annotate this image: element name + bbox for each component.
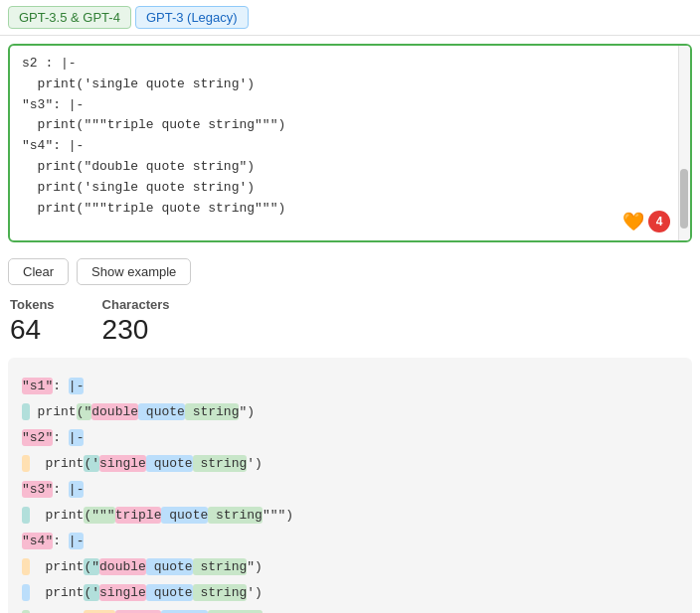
- token-visualization: "s1": |- print("double quote string")"s2…: [8, 358, 692, 613]
- token-segment: quote: [138, 403, 185, 420]
- token-segment: (""": [84, 507, 114, 524]
- token-segment: quote: [161, 507, 208, 524]
- token-segment: (': [84, 455, 99, 472]
- token-segment: '): [247, 455, 262, 472]
- token-segment: double: [99, 558, 146, 575]
- token-segment: :: [53, 481, 69, 498]
- token-segment: '): [247, 584, 262, 601]
- token-segment: string: [193, 584, 248, 601]
- token-segment: |-: [69, 378, 85, 394]
- token-segment: |-: [69, 429, 85, 446]
- token-line: print("double quote string"): [22, 399, 678, 425]
- token-segment: "): [247, 558, 262, 575]
- tab-gpt3-legacy-label: GPT-3 (Legacy): [146, 10, 238, 25]
- characters-label: Characters: [102, 297, 170, 312]
- characters-stat: Characters 230: [102, 297, 170, 346]
- tokens-label: Tokens: [10, 297, 55, 312]
- token-segment: :: [53, 429, 69, 446]
- token-line: "s4": |-: [22, 529, 678, 554]
- token-segment: quote: [146, 584, 193, 601]
- token-segment: print: [30, 403, 77, 420]
- token-segment: string: [208, 507, 262, 524]
- token-line: "s1": |-: [22, 374, 678, 399]
- token-segment: (": [77, 403, 92, 420]
- token-segment: quote: [146, 455, 193, 472]
- token-line: print("""triple quote string"""): [22, 606, 678, 613]
- tokens-stat: Tokens 64: [10, 297, 55, 346]
- code-editor[interactable]: s2 : |- print('single quote string') "s3…: [8, 44, 692, 242]
- editor-line: s2 : |- print('single quote string') "s3…: [22, 56, 285, 216]
- token-segment: (": [84, 558, 99, 575]
- token-segment: "s3": [22, 481, 53, 498]
- token-line: print("double quote string"): [22, 554, 678, 580]
- token-segment: (': [84, 584, 99, 601]
- token-segment: print: [30, 507, 85, 524]
- token-segment: |-: [69, 481, 85, 498]
- stats-row: Tokens 64 Characters 230: [0, 293, 700, 354]
- tab-gpt35-gpt4[interactable]: GPT-3.5 & GPT-4: [8, 6, 131, 29]
- token-segment: single: [99, 455, 146, 472]
- tokens-value: 64: [10, 314, 55, 346]
- button-row: Clear Show example: [0, 250, 700, 293]
- token-line: "s2": |-: [22, 425, 678, 451]
- token-segment: double: [91, 403, 138, 420]
- token-segment: [22, 558, 30, 575]
- editor-icons: 🧡 4: [622, 211, 670, 232]
- scrollbar-thumb[interactable]: [680, 169, 688, 229]
- token-segment: string: [185, 403, 240, 420]
- token-segment: "s1": [22, 378, 53, 394]
- token-segment: :: [53, 533, 69, 549]
- token-segment: |-: [69, 533, 85, 549]
- token-segment: [22, 584, 30, 601]
- token-segment: [22, 455, 30, 472]
- token-segment: [22, 403, 30, 420]
- token-segment: string: [193, 455, 248, 472]
- token-segment: single: [99, 584, 146, 601]
- token-segment: quote: [146, 558, 193, 575]
- token-segment: "s2": [22, 429, 53, 446]
- scrollbar[interactable]: [678, 46, 690, 240]
- characters-value: 230: [102, 314, 170, 346]
- token-segment: print: [30, 455, 85, 472]
- show-example-button[interactable]: Show example: [77, 258, 191, 285]
- token-segment: "s4": [22, 533, 53, 549]
- tab-gpt35-gpt4-label: GPT-3.5 & GPT-4: [19, 10, 120, 25]
- token-segment: "): [239, 403, 255, 420]
- token-segment: [22, 507, 30, 524]
- clear-button[interactable]: Clear: [8, 258, 69, 285]
- token-segment: """): [262, 507, 293, 524]
- badge-count: 4: [648, 211, 670, 232]
- token-segment: print: [30, 558, 85, 575]
- heart-icon: 🧡: [622, 211, 644, 232]
- tab-bar: GPT-3.5 & GPT-4 GPT-3 (Legacy): [0, 0, 700, 36]
- token-segment: string: [193, 558, 248, 575]
- token-segment: triple: [115, 507, 162, 524]
- token-segment: :: [53, 378, 69, 394]
- token-line: print('single quote string'): [22, 451, 678, 477]
- token-line: "s3": |-: [22, 477, 678, 503]
- token-line: print("""triple quote string"""): [22, 503, 678, 529]
- tab-gpt3-legacy[interactable]: GPT-3 (Legacy): [135, 6, 249, 29]
- token-segment: print: [30, 584, 85, 601]
- token-line: print('single quote string'): [22, 580, 678, 606]
- editor-content[interactable]: s2 : |- print('single quote string') "s3…: [10, 46, 690, 227]
